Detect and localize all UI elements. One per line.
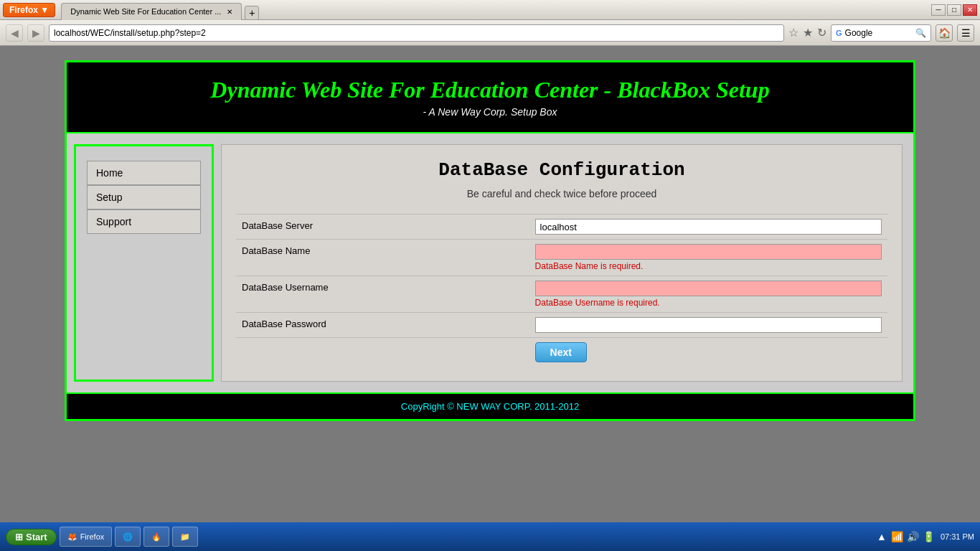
- db-config-form: DataBase Server DataBase Name DataBase N…: [236, 214, 887, 367]
- username-error: DataBase Username is required.: [535, 298, 882, 308]
- sidebar-item-support[interactable]: Support: [87, 209, 201, 234]
- bookmark-icon[interactable]: ☆: [788, 26, 798, 39]
- taskbar-app-icon: 🔥: [151, 532, 161, 542]
- next-button[interactable]: Next: [535, 342, 587, 362]
- active-tab[interactable]: Dynamic Web Site For Education Center ..…: [61, 3, 242, 20]
- home-button[interactable]: 🏠: [936, 24, 953, 42]
- tab-bar: Dynamic Web Site For Education Center ..…: [58, 0, 262, 20]
- minimize-button[interactable]: ─: [931, 4, 946, 16]
- rss-icon[interactable]: ★: [803, 26, 813, 39]
- volume-icon: 🔊: [908, 531, 919, 542]
- site-title: Dynamic Web Site For Education Center - …: [88, 77, 892, 103]
- address-bar[interactable]: [49, 24, 784, 42]
- firefox-button[interactable]: Firefox ▼: [3, 3, 55, 17]
- taskbar-folder-icon: 📁: [180, 532, 190, 542]
- server-input[interactable]: [535, 219, 882, 235]
- forward-button[interactable]: ▶: [27, 24, 44, 42]
- google-logo: G: [836, 29, 842, 37]
- content-area: Home Setup Support DataBase Configuratio…: [67, 133, 913, 392]
- search-icon[interactable]: 🔍: [915, 28, 926, 38]
- time: 07:31 PM: [941, 532, 974, 541]
- network-icon: 📶: [892, 531, 903, 542]
- windows-icon: ⊞: [15, 532, 23, 542]
- username-input-cell: DataBase Username is required.: [529, 276, 887, 313]
- taskbar: ⊞ Start 🦊 Firefox 🌐 🔥 📁 ▲ 📶 🔊 🔋 07:31 PM: [0, 522, 980, 551]
- db-name-error: DataBase Name is required.: [535, 261, 882, 271]
- new-tab-button[interactable]: +: [245, 6, 259, 20]
- browser-title-bar: Firefox ▼ Dynamic Web Site For Education…: [0, 0, 980, 20]
- server-row: DataBase Server: [236, 215, 887, 240]
- title-bar-left: Firefox ▼ Dynamic Web Site For Education…: [3, 0, 262, 20]
- taskbar-right: ▲ 📶 🔊 🔋 07:31 PM: [876, 531, 974, 542]
- taskbar-ie-icon: 🌐: [123, 532, 133, 542]
- password-row: DataBase Password: [236, 313, 887, 338]
- page-title: DataBase Configuration: [236, 159, 887, 181]
- password-input-cell: [529, 313, 887, 338]
- taskbar-firefox2-item[interactable]: 🔥: [143, 527, 169, 547]
- menu-button[interactable]: ☰: [957, 24, 974, 42]
- page-content: Dynamic Web Site For Education Center - …: [0, 46, 980, 522]
- tray-icon-1: ▲: [876, 531, 887, 542]
- taskbar-ie-item[interactable]: 🌐: [115, 527, 141, 547]
- server-input-cell: [529, 215, 887, 240]
- name-row: DataBase Name DataBase Name is required.: [236, 240, 887, 276]
- db-name-input-cell: DataBase Name is required.: [529, 240, 887, 276]
- tab-close-btn[interactable]: ✕: [227, 8, 232, 16]
- site-header: Dynamic Web Site For Education Center - …: [67, 62, 913, 133]
- google-label: Google: [845, 28, 873, 38]
- password-label: DataBase Password: [236, 313, 529, 338]
- tab-title: Dynamic Web Site For Education Center ..…: [70, 7, 221, 16]
- sidebar-item-setup[interactable]: Setup: [87, 185, 201, 209]
- system-tray: ▲ 📶 🔊 🔋: [876, 531, 935, 542]
- taskbar-firefox-item[interactable]: 🦊 Firefox: [60, 527, 113, 547]
- username-input[interactable]: [535, 281, 882, 296]
- taskbar-explorer-item[interactable]: 📁: [172, 527, 198, 547]
- main-content: DataBase Configuration Be careful and ch…: [221, 144, 903, 382]
- close-button[interactable]: ✕: [963, 4, 977, 16]
- site-footer: CopyRight © NEW WAY CORP. 2011-2012: [67, 392, 913, 419]
- clock: 07:31 PM: [941, 532, 974, 541]
- copyright-text: CopyRight © NEW WAY CORP. 2011-2012: [401, 401, 579, 412]
- username-label: DataBase Username: [236, 276, 529, 313]
- username-row: DataBase Username DataBase Username is r…: [236, 276, 887, 313]
- password-input[interactable]: [535, 317, 882, 333]
- refresh-icon[interactable]: ↻: [817, 26, 826, 39]
- server-label: DataBase Server: [236, 215, 529, 240]
- db-name-label: DataBase Name: [236, 240, 529, 276]
- site-subtitle: - A New Way Corp. Setup Box: [88, 106, 892, 118]
- maximize-button[interactable]: □: [947, 4, 961, 16]
- start-button[interactable]: ⊞ Start: [6, 529, 57, 545]
- page-subtitle: Be careful and check twice before procee…: [236, 188, 887, 199]
- back-button[interactable]: ◀: [6, 24, 23, 42]
- battery-icon: 🔋: [923, 531, 935, 542]
- google-search-bar[interactable]: G Google 🔍: [831, 24, 931, 42]
- sidebar: Home Setup Support: [74, 144, 214, 382]
- main-container: Dynamic Web Site For Education Center - …: [65, 60, 915, 421]
- submit-row: Next: [236, 338, 887, 367]
- db-name-input[interactable]: [535, 244, 882, 260]
- nav-bar: ◀ ▶ ☆ ★ ↻ G Google 🔍 🏠 ☰: [0, 20, 980, 46]
- window-controls: ─ □ ✕: [931, 4, 977, 16]
- taskbar-firefox-icon: 🦊: [67, 532, 77, 542]
- sidebar-item-home[interactable]: Home: [87, 161, 201, 185]
